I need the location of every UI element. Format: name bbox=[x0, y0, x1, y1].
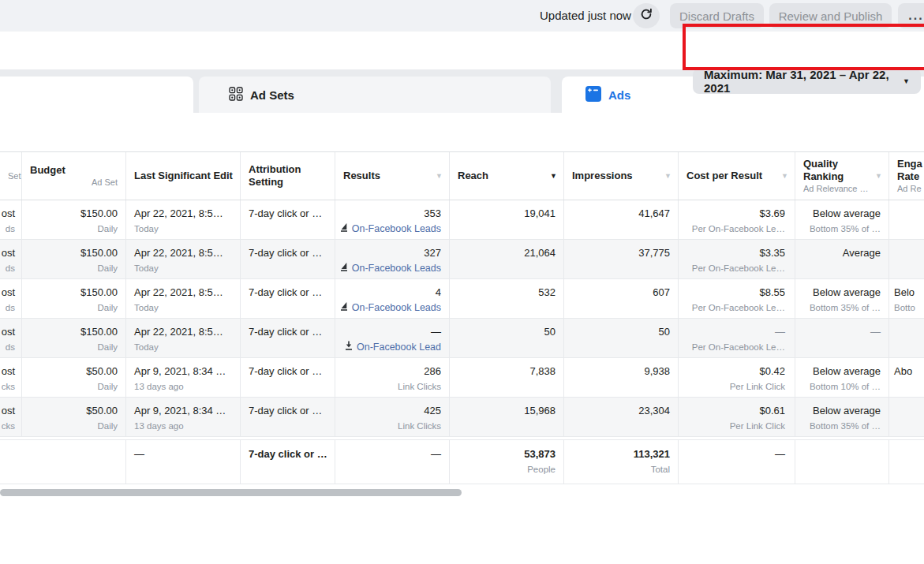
column-label: Impressions bbox=[564, 170, 678, 182]
column-label: Attribution bbox=[241, 163, 335, 176]
cell-cost: —Per On-Facebook Le… bbox=[679, 319, 795, 357]
cell-quality: Below averageBottom 35% of … bbox=[795, 200, 889, 239]
cell-budget: $150.00Daily bbox=[22, 319, 126, 357]
cell-subvalue: Daily bbox=[22, 419, 118, 434]
cell-value: 286 bbox=[335, 364, 441, 379]
column-label: Quality bbox=[795, 158, 888, 170]
cell-impressions: 50 bbox=[564, 319, 679, 357]
cell-value: $0.42 bbox=[679, 364, 785, 379]
cell-value: 7-day click or … bbox=[249, 285, 335, 301]
sort-caret-icon[interactable]: ▼ bbox=[664, 173, 671, 180]
cell-value: 353 bbox=[335, 206, 441, 222]
column-header-attribution[interactable]: AttributionSetting bbox=[241, 152, 335, 200]
cell-budget: $50.00Daily bbox=[22, 398, 126, 436]
cell-reach: 7,838 bbox=[450, 358, 564, 397]
cell-subvalue: Per Link Click bbox=[679, 379, 785, 394]
cell-quality bbox=[795, 440, 889, 484]
tab-campaigns-partial[interactable] bbox=[0, 77, 193, 113]
cell-adset: ostds bbox=[0, 200, 22, 239]
sort-caret-icon[interactable]: ▼ bbox=[875, 173, 882, 180]
cell-value: $0.61 bbox=[679, 403, 785, 419]
cell-subvalue: People bbox=[450, 462, 556, 477]
column-header-last_edit[interactable]: Last Significant Edit bbox=[126, 152, 241, 200]
cell-subvalue: Bottom 35% of … bbox=[795, 222, 881, 237]
tab-ad-sets[interactable]: Ad Sets bbox=[199, 77, 551, 113]
column-header-impressions[interactable]: Impressions▼ bbox=[564, 152, 679, 200]
download-icon bbox=[345, 340, 353, 355]
cell-cost: $3.35Per On-Facebook Le… bbox=[679, 240, 795, 278]
cell-adset: ostds bbox=[0, 279, 22, 318]
cell-subvalue: ds bbox=[0, 261, 15, 276]
table-row[interactable]: ostds$150.00DailyApr 22, 2021, 8:5…Today… bbox=[0, 240, 924, 279]
more-options-button[interactable]: ... bbox=[898, 3, 924, 28]
cell-subvalue: Daily bbox=[22, 340, 118, 355]
column-header-cost[interactable]: Cost per Result▼ bbox=[679, 152, 795, 200]
cell-value: 7-day click or … bbox=[249, 206, 335, 222]
ads-manager-screen: Updated just now Discard Drafts Review a… bbox=[0, 0, 924, 564]
refresh-button[interactable] bbox=[633, 3, 660, 28]
cell-subvalue: Per On-Facebook Le… bbox=[679, 340, 785, 355]
column-header-engagement[interactable]: EngaRateAd Re bbox=[889, 152, 924, 200]
cell-budget bbox=[22, 440, 126, 484]
result-type-link[interactable]: On-Facebook Leads bbox=[352, 222, 441, 237]
cell-attribution: 7-day click or … bbox=[241, 240, 335, 278]
cell-value: 7-day click or … bbox=[249, 364, 335, 379]
table-row[interactable]: ostds$150.00DailyApr 22, 2021, 8:5…Today… bbox=[0, 319, 924, 358]
cell-value: 113,321 bbox=[564, 446, 670, 462]
sort-caret-icon[interactable]: ▼ bbox=[436, 173, 443, 180]
table-row[interactable]: ostds$150.00DailyApr 22, 2021, 8:5…Today… bbox=[0, 200, 924, 240]
column-header-adset[interactable]: Set bbox=[0, 152, 22, 200]
result-type-link[interactable]: On-Facebook Lead bbox=[357, 340, 441, 355]
cell-attribution: 7-day click or … bbox=[241, 358, 335, 397]
cell-value: — bbox=[795, 324, 881, 340]
updated-status: Updated just now bbox=[540, 9, 631, 22]
result-type-link[interactable]: On-Facebook Leads bbox=[352, 301, 441, 316]
cell-value: — bbox=[679, 324, 785, 340]
cell-engagement bbox=[889, 440, 924, 484]
cell-value: Below average bbox=[795, 364, 881, 379]
cell-value: 50 bbox=[564, 324, 670, 340]
discard-drafts-button[interactable]: Discard Drafts bbox=[670, 3, 764, 28]
cell-impressions: 607 bbox=[564, 279, 679, 318]
cell-adset bbox=[0, 440, 22, 484]
result-type-link[interactable]: On-Facebook Leads bbox=[352, 261, 441, 276]
cell-last_edit: Apr 22, 2021, 8:5…Today bbox=[126, 240, 241, 278]
column-header-quality[interactable]: QualityRankingAd Relevance …▼ bbox=[795, 152, 889, 200]
table-row[interactable]: ostds$150.00DailyApr 22, 2021, 8:5…Today… bbox=[0, 279, 924, 319]
column-sublabel: Set bbox=[0, 170, 21, 182]
cell-reach: 19,041 bbox=[450, 200, 564, 239]
cell-value: Below average bbox=[795, 403, 881, 419]
sort-caret-icon[interactable]: ▼ bbox=[781, 173, 788, 180]
horizontal-scrollbar-thumb[interactable] bbox=[0, 489, 462, 496]
review-and-publish-button[interactable]: Review and Publish bbox=[769, 3, 892, 28]
cell-engagement bbox=[889, 240, 924, 278]
refresh-icon bbox=[640, 8, 653, 24]
cell-subvalue: Botto bbox=[894, 301, 924, 316]
cell-results: 425Link Clicks bbox=[335, 398, 450, 436]
sort-caret-icon[interactable]: ▼ bbox=[550, 173, 557, 180]
cell-value: — bbox=[335, 324, 441, 340]
column-header-reach[interactable]: Reach▼ bbox=[450, 152, 564, 200]
cell-value: $8.55 bbox=[679, 285, 785, 301]
column-label: Rate bbox=[889, 170, 924, 183]
lead-arrow-icon bbox=[340, 261, 348, 276]
cell-value: 7-day click or … bbox=[249, 403, 335, 419]
cell-value: 21,064 bbox=[450, 245, 556, 261]
cell-adset: ostds bbox=[0, 240, 22, 278]
column-header-budget[interactable]: BudgetAd Set bbox=[22, 152, 126, 200]
column-sublabel: Ad Relevance … bbox=[795, 183, 888, 195]
cell-value: 19,041 bbox=[450, 206, 556, 222]
column-header-results[interactable]: Results▼ bbox=[335, 152, 450, 200]
cell-reach: 21,064 bbox=[450, 240, 564, 278]
cell-subvalue: Today bbox=[134, 340, 240, 355]
cell-subvalue: ds bbox=[0, 340, 15, 355]
tab-ad-sets-label: Ad Sets bbox=[250, 88, 294, 102]
date-range-selector[interactable]: Maximum: Mar 31, 2021 – Apr 22, 2021 ▼ bbox=[693, 69, 921, 94]
cell-last_edit: Apr 22, 2021, 8:5…Today bbox=[126, 200, 241, 239]
cell-impressions: 23,304 bbox=[564, 398, 679, 436]
cell-subvalue: cks bbox=[0, 419, 15, 434]
table-row[interactable]: ostcks$50.00DailyApr 9, 2021, 8:34 …13 d… bbox=[0, 398, 924, 437]
table-row[interactable]: ostcks$50.00DailyApr 9, 2021, 8:34 …13 d… bbox=[0, 358, 924, 398]
lead-arrow-icon bbox=[340, 301, 348, 316]
cell-value: $3.69 bbox=[679, 206, 785, 222]
